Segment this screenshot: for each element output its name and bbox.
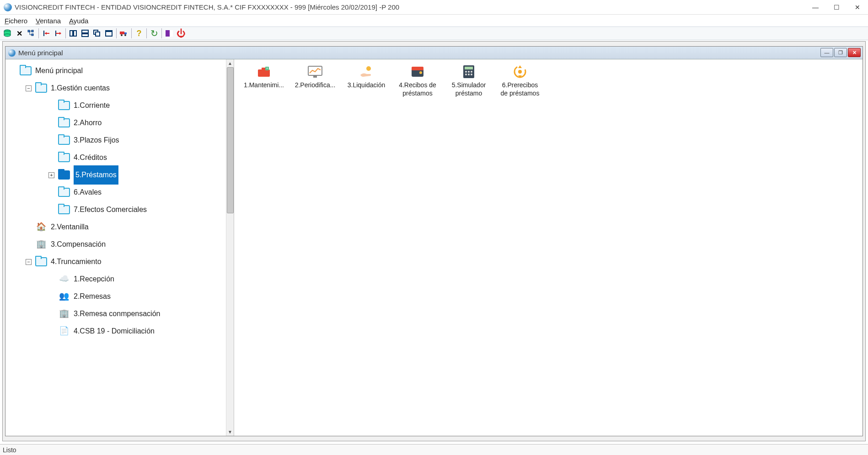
tree-node-gestion-cuentas[interactable]: − 1.Gestión cuentas xyxy=(7,79,232,97)
building-icon: 🏢 xyxy=(35,239,47,249)
svg-rect-37 xyxy=(412,67,423,70)
house-icon: 🏠 xyxy=(35,222,47,232)
tree-node-ventanilla[interactable]: 🏠 2.Ventanilla xyxy=(7,218,232,236)
minimize-button[interactable]: — xyxy=(805,0,826,15)
close-button[interactable]: ✕ xyxy=(847,0,868,15)
scroll-down-icon[interactable]: ▼ xyxy=(226,428,234,436)
tree-scrollbar[interactable]: ▲ ▼ xyxy=(226,59,234,436)
toolbar-separator xyxy=(38,28,39,38)
subwindow-body: Menú principal − 1.Gestión cuentas 1.Cor… xyxy=(5,59,863,436)
item-label: 3.Liquidación xyxy=(343,81,390,90)
toolbar-separator xyxy=(65,28,66,38)
toolbar-delete-icon[interactable]: ✕ xyxy=(14,28,25,39)
tree-root-label: Menú principal xyxy=(35,62,83,79)
subwindow-close-button[interactable]: ✕ xyxy=(848,48,861,57)
toolbar-separator xyxy=(116,28,117,38)
tree-label: 2.Remesas xyxy=(74,288,111,305)
tree-leaf-corriente[interactable]: 1.Corriente xyxy=(7,97,232,114)
svg-point-35 xyxy=(366,66,371,71)
collapse-icon[interactable]: − xyxy=(26,259,32,265)
tree-leaf-remesas[interactable]: 👥 2.Remesas xyxy=(7,288,232,305)
tree-root[interactable]: Menú principal xyxy=(7,62,232,79)
svg-rect-40 xyxy=(465,67,473,69)
tree-label: 3.Compensación xyxy=(51,236,106,253)
tree-label: 1.Recepción xyxy=(74,270,114,288)
maximize-button[interactable]: ☐ xyxy=(826,0,847,15)
mdi-area: Menú principal — ❐ ✕ Menú principal − 1.… xyxy=(2,41,866,441)
tree-leaf-prestamos[interactable]: + 5.Préstamos xyxy=(7,166,232,184)
toolbar-separator xyxy=(131,28,132,38)
toolbar-power-icon[interactable]: ⏻ xyxy=(176,28,187,39)
window-controls: — ☐ ✕ xyxy=(805,0,868,15)
toolbar-tree-icon[interactable] xyxy=(26,28,37,39)
toolbar: ✕ ? ↻ ⏻ xyxy=(0,26,868,40)
item-periodificacion[interactable]: 2.Periodifica... xyxy=(292,64,338,97)
tree-leaf-creditos[interactable]: 4.Créditos xyxy=(7,149,232,166)
svg-rect-23 xyxy=(120,32,124,34)
svg-marker-11 xyxy=(45,32,47,35)
toolbar-window-icon[interactable] xyxy=(103,28,114,39)
scroll-up-icon[interactable]: ▲ xyxy=(226,59,234,67)
toolbar-indent-left-icon[interactable] xyxy=(41,28,52,39)
item-recibos-prestamos[interactable]: 4.Recibos de préstamos xyxy=(394,64,441,97)
svg-point-45 xyxy=(468,74,470,75)
collapse-icon[interactable]: − xyxy=(26,85,32,91)
toolbar-tile-vert-icon[interactable] xyxy=(80,28,91,39)
toolbar-database-icon[interactable] xyxy=(2,28,13,39)
tree-leaf-ahorro[interactable]: 2.Ahorro xyxy=(7,114,232,132)
item-mantenimiento[interactable]: + 1.Mantenimi... xyxy=(241,64,287,97)
svg-rect-3 xyxy=(28,30,30,32)
tree-leaf-remesa-compensacion[interactable]: 🏢 3.Remesa conmpensación xyxy=(7,305,232,323)
svg-point-42 xyxy=(468,71,470,73)
toolbar-truck-icon[interactable] xyxy=(118,28,129,39)
scroll-thumb[interactable] xyxy=(227,67,234,213)
toolbar-indent-right-icon[interactable] xyxy=(53,28,64,39)
subwindow-maximize-button[interactable]: ❐ xyxy=(834,48,847,57)
svg-rect-4 xyxy=(32,30,33,32)
svg-text:+: + xyxy=(266,66,268,70)
menu-ventana[interactable]: Ventana xyxy=(36,17,61,25)
toolbar-cascade-icon[interactable] xyxy=(91,28,102,39)
status-text: Listo xyxy=(3,446,16,454)
item-liquidacion[interactable]: 3.Liquidación xyxy=(343,64,390,97)
svg-point-44 xyxy=(465,74,467,75)
folder-icon xyxy=(58,205,70,214)
svg-rect-17 xyxy=(82,30,88,33)
toolbar-separator xyxy=(161,28,162,38)
item-simulador-prestamo[interactable]: 5.Simulador préstamo xyxy=(445,64,492,97)
tree-leaf-recepcion[interactable]: ☁️ 1.Recepción xyxy=(7,270,232,288)
item-prerecibos-prestamos[interactable]: 6.Prerecibos de préstamos xyxy=(497,64,543,97)
svg-rect-28 xyxy=(170,30,173,37)
tree-leaf-avales[interactable]: 6.Avales xyxy=(7,184,232,201)
menu-fichero[interactable]: Fichero xyxy=(5,17,27,25)
folder-icon xyxy=(58,153,70,162)
toolbar-separator xyxy=(146,28,147,38)
menu-ayuda[interactable]: Ayuda xyxy=(69,17,88,25)
toolbar-panel1-icon[interactable] xyxy=(164,28,175,39)
tree-label: 2.Ahorro xyxy=(74,114,102,132)
tree-leaf-plazos-fijos[interactable]: 3.Plazos Fijos xyxy=(7,132,232,149)
tree-node-compensacion[interactable]: 🏢 3.Compensación xyxy=(7,236,232,253)
app-icon xyxy=(4,3,12,11)
toolbar-refresh-icon[interactable]: ↻ xyxy=(149,28,160,39)
svg-rect-22 xyxy=(106,31,112,32)
svg-rect-34 xyxy=(313,76,317,78)
tree-leaf-csb19[interactable]: 📄 4.CSB 19 - Domiciliación xyxy=(7,323,232,340)
subwindow-minimize-button[interactable]: — xyxy=(820,48,833,57)
wallet-icon xyxy=(408,64,427,79)
window-title: VISIONCREDIT FINTECH - ENTIDAD VISIONCRE… xyxy=(15,3,399,11)
folder-icon xyxy=(58,188,70,197)
subwindow-icon xyxy=(8,49,16,57)
folder-icon xyxy=(20,66,32,75)
document-building-icon: 🏢 xyxy=(58,309,70,319)
briefcase-icon: + xyxy=(255,64,273,79)
tree-node-truncamiento[interactable]: − 4.Truncamiento xyxy=(7,253,232,270)
expand-icon[interactable]: + xyxy=(48,172,54,178)
titlebar: VISIONCREDIT FINTECH - ENTIDAD VISIONCRE… xyxy=(0,0,868,15)
svg-point-2 xyxy=(4,34,11,37)
tree-label: 2.Ventanilla xyxy=(51,218,89,236)
content-pane: + 1.Mantenimi... 2.Periodifica... 3.Liqu… xyxy=(234,59,863,436)
toolbar-help-icon[interactable]: ? xyxy=(134,28,145,39)
toolbar-tile-horiz-icon[interactable] xyxy=(68,28,79,39)
tree-leaf-efectos-comerciales[interactable]: 7.Efectos Comerciales xyxy=(7,201,232,218)
